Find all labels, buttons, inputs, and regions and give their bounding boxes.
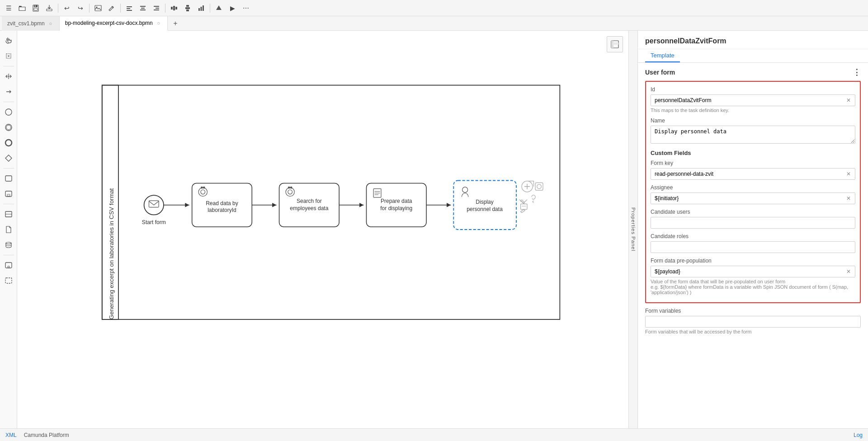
panel-tabs: Template	[638, 49, 868, 63]
canvas-area[interactable]: Generating excerpt on laboratories in CS…	[17, 31, 628, 428]
form-data-clear-button[interactable]: ✕	[844, 267, 853, 276]
edit-arrow-button[interactable]	[106, 2, 118, 14]
form-data-field-group: Form data pre-population ✕ Value of the …	[651, 258, 855, 295]
data-store-button[interactable]	[2, 239, 15, 251]
left-sep3	[3, 168, 14, 169]
xml-button[interactable]: XML	[5, 432, 17, 438]
candidate-users-label: Candidate users	[651, 209, 855, 215]
id-clear-button[interactable]: ✕	[844, 96, 853, 105]
sep4	[165, 4, 165, 13]
align-left-button[interactable]	[123, 2, 135, 14]
assignee-input-wrap: ✕	[651, 192, 855, 204]
name-textarea[interactable]	[651, 126, 855, 144]
hand-tool-button[interactable]	[2, 34, 15, 47]
deploy-button[interactable]	[213, 2, 225, 14]
end-event-button[interactable]	[2, 136, 15, 149]
svg-rect-6	[95, 5, 101, 11]
redo-button[interactable]: ↪	[75, 2, 86, 14]
svg-rect-75	[535, 183, 543, 190]
form-key-clear-button[interactable]: ✕	[844, 169, 853, 178]
form-data-input[interactable]	[651, 266, 844, 277]
form-variables-input-wrap	[645, 316, 861, 328]
export-button[interactable]	[43, 2, 55, 14]
svg-rect-8	[127, 6, 132, 7]
align-right-button[interactable]	[151, 2, 162, 14]
align-center-button[interactable]	[137, 2, 149, 14]
form-key-label: Form key	[651, 160, 855, 166]
task-button[interactable]	[2, 172, 15, 185]
assignee-input[interactable]	[651, 193, 844, 204]
save-button[interactable]	[30, 2, 42, 14]
add-tab-button[interactable]: +	[170, 18, 181, 29]
tab-template[interactable]: Template	[645, 49, 680, 62]
distribute-v-button[interactable]	[182, 2, 193, 14]
svg-point-76	[537, 184, 542, 189]
run-button[interactable]: ▶	[226, 2, 238, 14]
platform-label: Camunda Platform	[24, 432, 69, 438]
svg-text:personnel data: personnel data	[467, 206, 503, 212]
candidate-users-field-group: Candidate users	[651, 209, 855, 229]
more-toolbar-button[interactable]: ⋯	[240, 2, 252, 14]
svg-point-57	[288, 187, 290, 189]
sep3	[120, 4, 121, 13]
minimap-button[interactable]	[607, 36, 623, 52]
id-input[interactable]	[651, 95, 844, 106]
id-field-group: Id ✕ This maps to the task definition ke…	[651, 86, 855, 113]
log-button[interactable]: Log	[854, 432, 863, 438]
open-file-button[interactable]	[16, 2, 28, 14]
form-variables-input[interactable]	[646, 316, 860, 327]
svg-rect-9	[127, 8, 130, 9]
form-data-input-wrap: ✕	[651, 266, 855, 277]
tab-zvit-csv-close[interactable]: ○	[47, 20, 54, 27]
candidate-users-input[interactable]	[651, 217, 855, 228]
svg-text:laboratoryId: laboratoryId	[208, 207, 236, 213]
tab-bp-modeling-close[interactable]: ○	[156, 20, 162, 26]
id-input-wrap: ✕	[651, 94, 855, 106]
lane-button[interactable]	[2, 208, 15, 220]
data-object-button[interactable]	[2, 223, 15, 236]
svg-rect-11	[140, 6, 146, 7]
chart-button[interactable]	[195, 2, 207, 14]
tab-bp-modeling[interactable]: bp-modeling-excerpt-csv-docx.bpmn ○	[60, 16, 168, 31]
subprocess-button[interactable]	[2, 188, 15, 200]
gateway-button[interactable]	[2, 152, 15, 164]
svg-text:Read data by: Read data by	[206, 200, 238, 206]
svg-text:Start form: Start form	[142, 219, 166, 225]
toolbar: ☰ ↩ ↪	[0, 0, 868, 16]
lasso-tool-button[interactable]	[2, 50, 15, 62]
svg-rect-31	[5, 191, 12, 197]
sep5	[210, 4, 210, 13]
image-button[interactable]	[92, 2, 104, 14]
tab-bp-modeling-label: bp-modeling-excerpt-csv-docx.bpmn	[65, 20, 153, 26]
candidate-roles-input[interactable]	[651, 242, 855, 253]
group-button[interactable]	[2, 274, 15, 287]
assignee-clear-button[interactable]: ✕	[844, 194, 853, 203]
svg-rect-23	[198, 8, 200, 11]
user-form-menu-button[interactable]: ⋮	[853, 68, 861, 76]
form-key-input[interactable]	[651, 169, 844, 179]
start-event-button[interactable]	[2, 106, 15, 118]
expanded-subprocess-button[interactable]	[2, 259, 15, 272]
tab-zvit-csv-label: zvit_csv1.bpmn	[7, 20, 45, 27]
svg-rect-2	[34, 5, 38, 7]
tab-zvit-csv[interactable]: zvit_csv1.bpmn ○	[2, 16, 60, 31]
properties-panel-collapse[interactable]: Properties Panel	[628, 31, 637, 428]
assignee-label: Assignee	[651, 184, 855, 191]
candidate-roles-field-group: Candidate roles	[651, 233, 855, 253]
form-key-field-group: Form key ✕	[651, 160, 855, 180]
name-label: Name	[651, 117, 855, 124]
undo-button[interactable]: ↩	[61, 2, 73, 14]
file-menu-button[interactable]: ☰	[3, 2, 14, 14]
svg-rect-36	[5, 263, 12, 268]
space-tool-button[interactable]	[2, 70, 15, 83]
intermediate-event-button[interactable]	[2, 121, 15, 134]
distribute-h-button[interactable]	[168, 2, 180, 14]
left-sep1	[3, 66, 14, 66]
svg-rect-18	[173, 6, 175, 10]
svg-rect-19	[175, 7, 177, 9]
svg-point-35	[6, 242, 11, 244]
svg-point-50	[203, 187, 205, 189]
svg-point-26	[5, 109, 12, 115]
connect-tool-button[interactable]	[2, 85, 15, 98]
svg-rect-16	[154, 9, 159, 10]
